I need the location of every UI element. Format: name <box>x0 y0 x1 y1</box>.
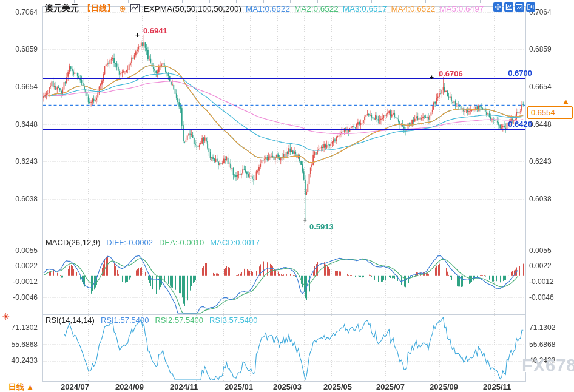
mini-chart-icon <box>130 4 140 15</box>
xaxis-label: 2025/03 <box>273 382 302 391</box>
rsi3-value: RSI3:57.5400 <box>209 316 258 325</box>
macd-ytick-right: -0.0012 <box>529 277 554 286</box>
recent-high-marker: + <box>430 73 434 82</box>
ma3-value: MA3:0.6517 <box>343 4 387 13</box>
chart-header: 澳元美元 【日线】 ⊕ EXPMA(50,50,100,50,200) MA1:… <box>45 3 484 14</box>
xaxis-label: 2025/07 <box>376 382 405 391</box>
rsi-ytick-left: 71.1302 <box>0 323 38 332</box>
macd-ytick-left: 0.0022 <box>0 262 38 270</box>
high-annotation: 0.6941 <box>143 26 167 35</box>
macd-macd-value: MACD:0.0017 <box>210 238 260 247</box>
ma4-value: MA4:0.6522 <box>391 4 436 13</box>
main-ytick-left: 0.6448 <box>0 120 38 129</box>
rsi-ytick-right: 55.6868 <box>529 340 555 349</box>
ma5-value: MA5:0.6497 <box>439 4 484 13</box>
last-price-badge: 0.6554 <box>527 106 573 119</box>
price-up-arrow-icon: ▲ <box>562 96 570 106</box>
main-ytick-left: 0.6859 <box>0 45 38 53</box>
main-ytick-left: 0.6038 <box>0 195 38 203</box>
xaxis-label: 2025/01 <box>225 382 253 391</box>
period-tag: 【日线】 <box>83 3 115 14</box>
rsi1-value: RSI1:57.5400 <box>101 316 149 325</box>
macd-ytick-left: -0.0046 <box>0 293 38 302</box>
main-ytick-left: 0.6243 <box>0 157 38 166</box>
chart-toolbar <box>493 2 535 12</box>
xaxis-label: 2025/05 <box>323 382 352 391</box>
main-ytick-right: 0.6448 <box>529 120 552 129</box>
main-ytick-right: 0.6859 <box>529 45 552 53</box>
add-indicator-icon[interactable]: ⊕ <box>119 4 126 13</box>
rsi-title[interactable]: RSI(14,14,14) <box>46 316 95 325</box>
main-ytick-left: 0.6654 <box>0 83 38 91</box>
macd-ytick-left: 0.0055 <box>0 246 38 255</box>
y-axis-zoom-icon[interactable] <box>504 2 513 12</box>
rsi2-value: RSI2:57.5400 <box>155 316 203 325</box>
support-level-label: 0.6420 <box>508 120 532 129</box>
high-marker: + <box>135 31 140 39</box>
main-ytick-right: 0.6038 <box>529 195 552 203</box>
price-chart-canvas[interactable] <box>0 0 574 392</box>
hot-indicator-icon[interactable]: ☀ <box>2 311 10 322</box>
watermark: FX678 <box>522 356 574 376</box>
move-tool-icon[interactable] <box>493 2 502 12</box>
macd-ytick-right: 0.0055 <box>529 246 552 255</box>
xaxis-label: 2024/11 <box>170 382 198 391</box>
xaxis-label: 2024/07 <box>61 382 89 391</box>
xaxis-label: 2025/09 <box>430 382 458 391</box>
low-annotation: 0.5913 <box>309 222 334 231</box>
period-tab-daily[interactable]: 日线 ▲ <box>0 382 42 392</box>
macd-header: MACD(26,12,9) DIFF:-0.0002 DEA:-0.0010 M… <box>46 238 260 247</box>
pan-right-icon[interactable] <box>526 2 535 12</box>
macd-title[interactable]: MACD(26,12,9) <box>46 238 100 247</box>
xaxis-label: 2024/09 <box>115 382 144 391</box>
low-marker: + <box>303 216 307 225</box>
resistance-level-label: 0.6700 <box>508 69 532 78</box>
recent-high-annotation: 0.6706 <box>439 69 463 78</box>
rsi-ytick-left: 40.2433 <box>0 356 38 365</box>
main-ytick-right: 0.6243 <box>529 157 552 166</box>
x-axis-zoom-icon[interactable] <box>515 2 524 12</box>
macd-ytick-right: 0.0022 <box>529 262 552 270</box>
macd-ytick-right: -0.0046 <box>529 293 554 302</box>
rsi-header: RSI(14,14,14) RSI1:57.5400 RSI2:57.5400 … <box>46 316 257 325</box>
indicator-label[interactable]: EXPMA(50,50,100,50,200) <box>144 4 241 13</box>
main-ytick-right: 0.6654 <box>529 83 552 91</box>
macd-diff-value: DIFF:-0.0002 <box>106 238 153 247</box>
main-ytick-left: 0.7064 <box>0 8 38 16</box>
ma2-value: MA2:0.6522 <box>294 4 339 13</box>
xaxis-label: 2025/11 <box>483 382 511 391</box>
symbol-name: 澳元美元 <box>45 3 79 14</box>
trading-chart-app: 澳元美元 【日线】 ⊕ EXPMA(50,50,100,50,200) MA1:… <box>0 0 574 392</box>
macd-ytick-left: -0.0012 <box>0 277 38 286</box>
macd-dea-value: DEA:-0.0010 <box>159 238 204 247</box>
ma1-value: MA1:0.6522 <box>246 4 290 13</box>
rsi-ytick-right: 71.1302 <box>529 323 555 332</box>
rsi-ytick-left: 55.6868 <box>0 340 38 349</box>
